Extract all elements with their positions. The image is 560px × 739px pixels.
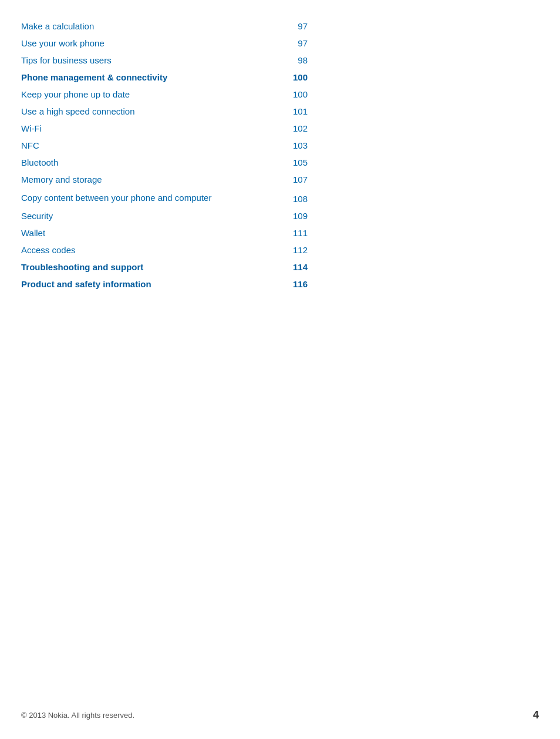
toc-label-11: Security	[21, 211, 284, 221]
toc-label-12: Wallet	[21, 228, 284, 238]
toc-container: Make a calculation97Use your work phone9…	[0, 0, 329, 328]
toc-label-13: Access codes	[21, 245, 284, 255]
toc-page-13: 112	[284, 245, 308, 255]
toc-page-9: 107	[284, 174, 308, 184]
toc-label-0: Make a calculation	[21, 21, 284, 31]
toc-page-14: 114	[284, 262, 308, 272]
toc-page-11: 109	[284, 211, 308, 221]
toc-page-15: 116	[284, 279, 308, 289]
toc-item-6[interactable]: Wi-Fi102	[21, 120, 308, 137]
toc-page-4: 100	[284, 89, 308, 99]
toc-item-0[interactable]: Make a calculation97	[21, 18, 308, 35]
toc-label-10: Copy content between your phone and comp…	[21, 192, 284, 204]
toc-item-12[interactable]: Wallet111	[21, 224, 308, 241]
toc-item-13[interactable]: Access codes112	[21, 241, 308, 258]
toc-page-10: 108	[284, 194, 308, 204]
toc-item-11[interactable]: Security109	[21, 207, 308, 224]
toc-item-3[interactable]: Phone management & connectivity100	[21, 69, 308, 86]
toc-label-3: Phone management & connectivity	[21, 72, 284, 82]
toc-item-5[interactable]: Use a high speed connection101	[21, 103, 308, 120]
toc-item-14[interactable]: Troubleshooting and support114	[21, 258, 308, 276]
toc-page-1: 97	[284, 38, 308, 48]
toc-label-7: NFC	[21, 140, 284, 150]
toc-page-7: 103	[284, 140, 308, 150]
toc-item-1[interactable]: Use your work phone97	[21, 35, 308, 52]
toc-label-4: Keep your phone up to date	[21, 89, 284, 99]
toc-page-12: 111	[284, 228, 308, 238]
toc-label-15: Product and safety information	[21, 279, 284, 289]
toc-label-5: Use a high speed connection	[21, 106, 284, 116]
toc-item-8[interactable]: Bluetooth105	[21, 154, 308, 171]
toc-page-6: 102	[284, 123, 308, 133]
toc-page-5: 101	[284, 106, 308, 116]
toc-item-4[interactable]: Keep your phone up to date100	[21, 86, 308, 103]
toc-item-7[interactable]: NFC103	[21, 137, 308, 154]
toc-label-9: Memory and storage	[21, 174, 284, 184]
toc-item-15[interactable]: Product and safety information116	[21, 276, 308, 293]
toc-label-6: Wi-Fi	[21, 123, 284, 133]
toc-label-14: Troubleshooting and support	[21, 262, 284, 272]
page-footer: © 2013 Nokia. All rights reserved. 4	[0, 709, 560, 721]
toc-item-2[interactable]: Tips for business users98	[21, 52, 308, 69]
toc-label-2: Tips for business users	[21, 55, 284, 65]
toc-item-10[interactable]: Copy content between your phone and comp…	[21, 188, 308, 207]
toc-page-2: 98	[284, 55, 308, 65]
toc-page-8: 105	[284, 157, 308, 167]
toc-page-3: 100	[284, 72, 308, 82]
toc-label-1: Use your work phone	[21, 38, 284, 48]
toc-label-8: Bluetooth	[21, 157, 284, 167]
copyright-text: © 2013 Nokia. All rights reserved.	[21, 711, 134, 720]
page-number: 4	[533, 709, 539, 721]
toc-page-0: 97	[284, 21, 308, 31]
toc-item-9[interactable]: Memory and storage107	[21, 171, 308, 188]
